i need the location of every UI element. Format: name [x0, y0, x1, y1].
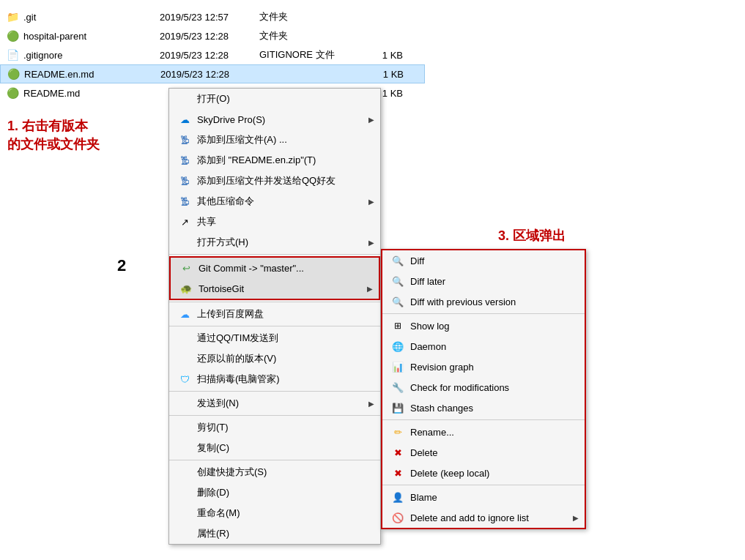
menu-item-baidu[interactable]: ☁ 上传到百度网盘 [169, 304, 380, 324]
menu-item-shortcut[interactable]: 创建快捷方式(S) [169, 462, 380, 482]
menu-label: Show log [410, 321, 449, 332]
menu-item-rename[interactable]: ✏ Rename... [382, 422, 585, 442]
menu-label: 发送到(N) [197, 397, 239, 410]
context-menu-tortoise: 🔍 Diff 🔍 Diff later 🔍 Diff with previous… [381, 249, 586, 529]
file-name: README.md [23, 88, 155, 99]
menu-label: Diff [410, 255, 424, 266]
menu-item-daemon[interactable]: 🌐 Daemon [382, 336, 585, 356]
arrow-icon: ▶ [368, 239, 374, 247]
diff-prev-icon: 🔍 [391, 295, 404, 308]
menu-item-compress1[interactable]: 🗜 添加到压缩文件(A) ... [169, 130, 380, 150]
arrow-icon: ▶ [368, 400, 374, 408]
git-commit-icon: ↩ [179, 261, 193, 275]
log-icon: ⊞ [391, 319, 404, 332]
menu-label: 通过QQ/TIM发送到 [197, 332, 278, 345]
menu-item-qq[interactable]: 通过QQ/TIM发送到 [169, 328, 380, 348]
arrow-icon: ▶ [368, 198, 374, 206]
properties-icon [178, 527, 191, 540]
git-group: ↩ Git Commit -> "master"... 🐢 TortoiseGi… [169, 256, 380, 300]
menu-item-share[interactable]: ↗ 共享 [169, 212, 380, 232]
menu-label: Stash changes [410, 403, 473, 414]
menu-separator [382, 313, 585, 314]
share-icon: ↗ [178, 215, 191, 228]
delete-local-icon: ✖ [391, 466, 404, 479]
file-row-selected[interactable]: 🟢 README.en.md 2019/5/23 12:28 1 KB [0, 64, 425, 83]
menu-item-compress3[interactable]: 🗜 添加到压缩文件并发送给QQ好友 [169, 171, 380, 191]
menu-item-openwith[interactable]: 打开方式(H) ▶ [169, 232, 380, 253]
menu-label: 共享 [197, 215, 216, 228]
diff-icon: 🔍 [391, 254, 404, 267]
menu-separator [169, 254, 380, 255]
delete-icon [178, 486, 191, 499]
compress-icon: 🗜 [178, 133, 191, 146]
menu-label: 上传到百度网盘 [197, 307, 264, 321]
menu-item-delete-ignore[interactable]: 🚫 Delete and add to ignore list ▶ [382, 507, 585, 528]
menu-item-scan[interactable]: 🛡 扫描病毒(电脑管家) [169, 369, 380, 389]
menu-item-compress4[interactable]: 🗜 其他压缩命令 ▶ [169, 191, 380, 212]
menu-label: Blame [410, 492, 437, 503]
open-icon [178, 92, 191, 105]
menu-item-skydrive[interactable]: ☁ SkyDrive Pro(S) ▶ [169, 109, 380, 130]
menu-item-rename[interactable]: 重命名(M) [169, 503, 380, 523]
menu-label: 打开(O) [197, 92, 230, 105]
menu-item-showlog[interactable]: ⊞ Show log [382, 316, 585, 336]
rename-icon [178, 507, 191, 520]
menu-label: Git Commit -> "master"... [199, 263, 304, 274]
menu-label: 重命名(M) [197, 507, 240, 520]
menu-item-revision-graph[interactable]: 📊 Revision graph [382, 356, 585, 377]
menu-item-open[interactable]: 打开(O) [169, 89, 380, 109]
menu-item-cut[interactable]: 剪切(T) [169, 417, 380, 438]
arrow-icon: ▶ [367, 285, 373, 293]
sendto-icon [178, 397, 191, 410]
arrow-icon: ▶ [368, 116, 374, 124]
file-row[interactable]: 🟢 hospital-parent 2019/5/23 12:28 文件夹 [0, 26, 425, 45]
menu-label: Diff later [410, 276, 445, 287]
menu-item-diff-prev[interactable]: 🔍 Diff with previous version [382, 291, 585, 312]
file-name: README.en.md [24, 69, 156, 80]
menu-item-delete-keep-local[interactable]: ✖ Delete (keep local) [382, 463, 585, 483]
menu-item-diff-later[interactable]: 🔍 Diff later [382, 271, 585, 291]
file-size: 1 KB [360, 69, 404, 80]
compress-icon: 🗜 [178, 154, 191, 167]
file-row[interactable]: 📁 .git 2019/5/23 12:57 文件夹 [0, 7, 425, 26]
menu-item-diff[interactable]: 🔍 Diff [382, 250, 585, 271]
menu-label: Delete (keep local) [410, 468, 489, 479]
qq-icon [178, 332, 191, 345]
file-row[interactable]: 📄 .gitignore 2019/5/23 12:28 GITIGNORE 文… [0, 45, 425, 64]
openwith-icon [178, 236, 191, 249]
menu-item-restore[interactable]: 还原以前的版本(V) [169, 348, 380, 369]
context-menu-main: 打开(O) ☁ SkyDrive Pro(S) ▶ 🗜 添加到压缩文件(A) .… [168, 88, 381, 545]
menu-item-stash[interactable]: 💾 Stash changes [382, 397, 585, 418]
scan-icon: 🛡 [178, 373, 191, 386]
check-icon: 🔧 [391, 381, 404, 394]
menu-label: 扫描病毒(电脑管家) [197, 373, 280, 386]
delete-icon: ✖ [391, 446, 404, 459]
file-date: 2019/5/23 12:28 [160, 69, 256, 80]
menu-separator [382, 419, 585, 420]
daemon-icon: 🌐 [391, 340, 404, 353]
menu-item-sendto[interactable]: 发送到(N) ▶ [169, 393, 380, 414]
menu-label: TortoiseGit [199, 283, 244, 294]
menu-item-copy[interactable]: 复制(C) [169, 438, 380, 458]
menu-item-check-modifications[interactable]: 🔧 Check for modifications [382, 377, 585, 397]
cloud-icon: ☁ [178, 307, 191, 321]
menu-item-git-commit[interactable]: ↩ Git Commit -> "master"... [171, 258, 379, 278]
menu-item-blame[interactable]: 👤 Blame [382, 487, 585, 507]
menu-item-compress2[interactable]: 🗜 添加到 "README.en.zip"(T) [169, 150, 380, 171]
menu-label: Delete [410, 447, 438, 458]
menu-separator [382, 485, 585, 485]
shortcut-icon [178, 466, 191, 479]
folder-icon: 📁 [6, 10, 19, 23]
menu-item-delete-tgit[interactable]: ✖ Delete [382, 442, 585, 463]
menu-separator [169, 302, 380, 302]
file-name: .gitignore [23, 50, 155, 61]
file-date: 2019/5/23 12:28 [160, 31, 255, 42]
git-icon: 🟢 [6, 86, 19, 100]
menu-item-tortoisegit[interactable]: 🐢 TortoiseGit ▶ [171, 278, 379, 299]
menu-label: Revision graph [410, 362, 474, 373]
menu-item-delete[interactable]: 删除(D) [169, 482, 380, 503]
file-explorer: 📁 .git 2019/5/23 12:57 文件夹 🟢 hospital-pa… [0, 0, 745, 560]
compress-icon: 🗜 [178, 195, 191, 208]
menu-label: 剪切(T) [197, 421, 229, 434]
menu-item-properties[interactable]: 属性(R) [169, 523, 380, 544]
